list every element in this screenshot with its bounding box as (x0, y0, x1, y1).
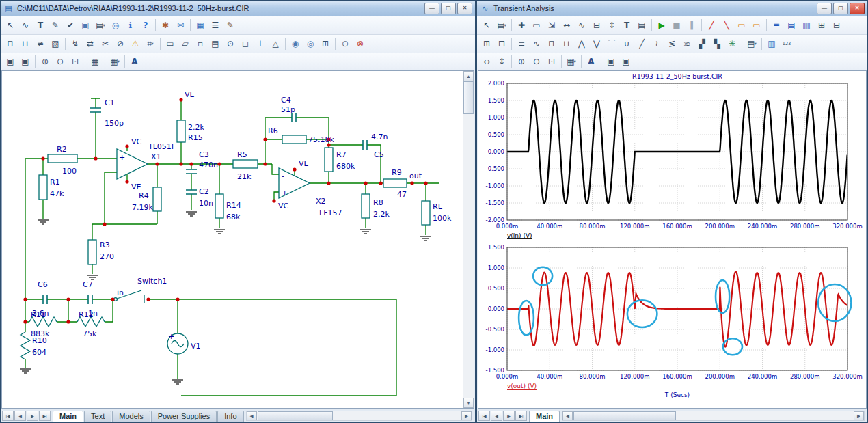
box-select-icon[interactable]: ◻ (238, 37, 253, 51)
stop-icon[interactable]: ■ (669, 18, 684, 33)
zoom-out-icon[interactable]: ⊖ (53, 55, 68, 69)
analog-part-icon[interactable]: ⊓ (3, 37, 18, 51)
properties-icon[interactable]: ▤ (208, 37, 223, 51)
tab-nav-last-button[interactable]: ▶| (39, 411, 51, 421)
point-tag-icon[interactable]: ∿ (574, 18, 589, 33)
inflection-icon[interactable]: ≀ (649, 37, 664, 51)
wire-tool-icon[interactable]: ∿ (18, 18, 33, 33)
disable-icon[interactable]: ⊘ (113, 37, 128, 51)
high-icon[interactable]: ⌒ (604, 37, 619, 51)
annotate-icon[interactable]: ✎ (223, 18, 238, 33)
properties-icon[interactable]: ▤ (634, 18, 649, 33)
select-mode-icon[interactable]: ↖ (479, 18, 494, 33)
select-tool-icon[interactable]: ↖ (3, 18, 18, 33)
ruler-bottom-icon[interactable]: ⊔ (559, 37, 574, 51)
analysis-titlebar[interactable]: ∿ Transient Analysis — ▢ ✕ (477, 1, 867, 16)
data-points-icon[interactable]: ≡ (769, 18, 784, 33)
pages-icon[interactable]: ▤▾ (744, 37, 759, 51)
maximize-button[interactable]: ▢ (441, 3, 456, 14)
help-icon[interactable]: ? (138, 18, 153, 33)
cursor-mode-icon[interactable]: ✚ (514, 18, 529, 33)
maximize-button[interactable]: ▢ (833, 3, 848, 14)
cut-icon[interactable]: ✂ (98, 37, 113, 51)
picture-tool-icon[interactable]: ▣ (78, 18, 93, 33)
tab-nav-next-button[interactable]: ▶ (503, 411, 515, 421)
pause-icon[interactable]: ‖ (684, 18, 699, 33)
pan-mode-icon[interactable]: ↔ (559, 18, 574, 33)
sheet-icon[interactable]: ▦ (193, 18, 208, 33)
run-icon[interactable]: ▶ (654, 18, 669, 33)
cross-hatch-icon[interactable]: ▞ (694, 37, 709, 51)
scroll-left-button[interactable]: ◀ (247, 411, 257, 420)
peak-icon[interactable]: ⋀ (574, 37, 589, 51)
plus-box-icon[interactable]: ⊞ (814, 18, 829, 33)
text-page-icon[interactable]: ▥ (764, 37, 779, 51)
zoom-area-icon[interactable]: ⊡ (68, 55, 83, 69)
delete-plot-icon[interactable]: ⊟ (494, 37, 509, 51)
gibbs-icon[interactable]: ≶ (664, 37, 679, 51)
align-icon[interactable]: ⇄ (83, 37, 98, 51)
open-page-icon[interactable]: ▱ (178, 37, 193, 51)
mode-icon[interactable]: △ (268, 37, 283, 51)
horizontal-scrollbar[interactable]: ◀ ▶ (562, 411, 865, 421)
paste-a-icon[interactable]: ▣ (603, 55, 619, 69)
refresh-icon[interactable]: ◎ (108, 18, 123, 33)
tab-nav-first-button[interactable]: |◀ (2, 411, 14, 421)
vertical-scrollbar[interactable]: ▲ ▼ (463, 71, 474, 408)
minimize-button[interactable]: — (424, 3, 439, 14)
horizontal-scrollbar[interactable]: ◀ ▶ (246, 411, 472, 421)
numeric-output-icon[interactable]: 123 (779, 37, 794, 51)
find-next-icon[interactable]: ◎ (303, 37, 318, 51)
tab-nav-prev-button[interactable]: ◀ (491, 411, 502, 421)
send-icon[interactable]: ✉ (173, 18, 188, 33)
check-tool-icon[interactable]: ✔ (63, 18, 78, 33)
zoom-in-icon[interactable]: ⊕ (514, 55, 529, 69)
minimize-button[interactable]: — (817, 3, 832, 14)
scroll-right-button[interactable]: ▶ (461, 411, 472, 420)
tokens-icon[interactable]: ▤ (784, 18, 799, 33)
scroll-left-button[interactable]: ◀ (562, 411, 573, 420)
minus-box-icon[interactable]: ⊟ (829, 18, 844, 33)
vertical-tag-icon[interactable]: ↕ (604, 18, 619, 33)
vertical-scroll-thumb[interactable] (463, 81, 474, 114)
smoothing-icon[interactable]: ✳ (724, 37, 740, 51)
region-icon[interactable]: ▫ (193, 37, 208, 51)
browse-icon[interactable]: ⊞ (318, 37, 333, 51)
horizontal-scroll-thumb[interactable] (258, 411, 333, 420)
schematic-titlebar[interactable]: ▤ C:\MC11\DATA\Petrov\RIAA\R1993-11-2\R1… (1, 1, 475, 16)
zoom-in-icon[interactable]: ⊕ (38, 55, 53, 69)
tab-models[interactable]: Models (112, 411, 150, 422)
valley-icon[interactable]: ⋁ (589, 37, 604, 51)
pan-horizontal-icon[interactable]: ↔ (479, 55, 494, 69)
package-icon[interactable]: ▧ (48, 37, 63, 51)
zoom-rect-icon[interactable]: ▭ (529, 18, 544, 33)
find-icon[interactable]: ◉ (288, 37, 303, 51)
tab-info[interactable]: Info (217, 411, 243, 422)
tab-nav-last-button[interactable]: ▶| (515, 411, 527, 421)
draw-tool-icon[interactable]: ✎ (48, 18, 63, 33)
slope-positive-icon[interactable]: ╱ (704, 18, 719, 33)
paste-b-icon[interactable]: ▣ (619, 55, 634, 69)
text-mode-icon[interactable]: T (619, 18, 634, 33)
horizontal-tag-icon[interactable]: ⊟ (589, 18, 604, 33)
tab-nav-next-button[interactable]: ▶ (27, 411, 38, 421)
grid-display-icon[interactable]: ▦▾ (564, 55, 579, 69)
tab-nav-prev-button[interactable]: ◀ (14, 411, 26, 421)
scroll-up-button[interactable]: ▲ (463, 71, 474, 81)
tab-nav-first-button[interactable]: |◀ (478, 411, 490, 421)
zoom-area-icon[interactable]: ⊡ (544, 55, 559, 69)
pan-vertical-icon[interactable]: ↕ (494, 55, 509, 69)
schematic-canvas[interactable]: VEC1150pR2100R147kVCTL051IX1VER47.19k2.2… (1, 70, 474, 409)
analysis-plot-area[interactable]: R1993-11-2_50Hz-burst.CIR2.0001.5001.000… (478, 70, 867, 409)
schematic-drawing[interactable]: VEC1150pR2100R147kVCTL051IX1VER47.19k2.2… (2, 71, 465, 409)
zoom-out-icon[interactable]: ⊖ (529, 55, 544, 69)
attach-icon[interactable]: ✱ (158, 18, 173, 33)
scale-mode-icon[interactable]: ⇲ (544, 18, 559, 33)
weave-icon[interactable]: ▚ (709, 37, 724, 51)
scroll-down-button[interactable]: ▼ (463, 398, 474, 408)
paste-b-icon[interactable]: ▣ (18, 55, 33, 69)
font-icon[interactable]: A (127, 55, 142, 69)
warning-icon[interactable]: ⚠ (128, 37, 143, 51)
ruler-icon[interactable]: ▥ (799, 18, 814, 33)
ground-icon[interactable]: ⊥ (253, 37, 268, 51)
